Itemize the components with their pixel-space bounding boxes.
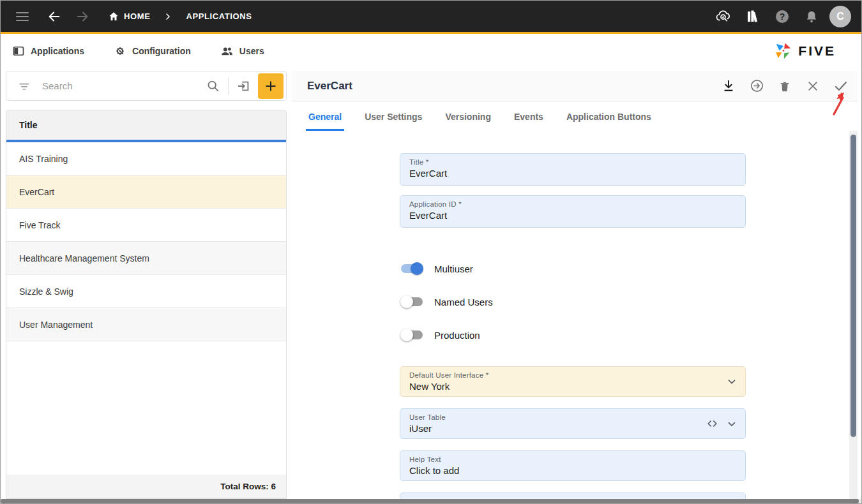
- application-id-field[interactable]: Application ID * EverCart: [400, 195, 746, 228]
- breadcrumb-chevron-icon: [164, 13, 172, 20]
- search-bar: [6, 71, 287, 101]
- multiuser-toggle-row: Multiuser: [401, 261, 746, 276]
- applications-list-panel: Title AIS Training EverCart Five Track H…: [6, 71, 287, 499]
- applications-icon: [12, 45, 25, 57]
- notifications-bell-icon[interactable]: [800, 5, 823, 28]
- chevron-down-icon: [726, 418, 737, 429]
- five-brand-logo: FIVE: [774, 41, 850, 61]
- add-application-button[interactable]: [258, 73, 284, 99]
- table-row[interactable]: Sizzle & Swig: [6, 275, 286, 308]
- user-avatar[interactable]: C: [829, 6, 851, 27]
- detail-tab-bar: General User Settings Versioning Events …: [292, 101, 858, 131]
- help-url-field[interactable]: Help URL: [400, 493, 746, 499]
- table-row[interactable]: Five Track: [6, 209, 286, 242]
- horizontal-scrollbar-track[interactable]: [1, 499, 861, 503]
- library-books-icon[interactable]: [741, 5, 764, 28]
- production-toggle-row: Production: [401, 327, 746, 343]
- back-arrow-icon[interactable]: [43, 5, 66, 28]
- search-input[interactable]: [42, 80, 202, 91]
- production-toggle[interactable]: [401, 330, 423, 339]
- tab-general[interactable]: General: [307, 112, 343, 131]
- close-icon[interactable]: [805, 78, 820, 94]
- five-logo-text: FIVE: [798, 43, 836, 59]
- breadcrumb-home-label: HOME: [124, 11, 150, 21]
- nav-tab-users[interactable]: Users: [220, 45, 264, 58]
- open-record-icon[interactable]: [234, 76, 254, 96]
- save-check-icon[interactable]: [833, 78, 849, 94]
- filter-icon[interactable]: [14, 76, 34, 96]
- default-user-interface-select[interactable]: Default User Interface * New York: [400, 366, 746, 397]
- vertical-scrollbar-track[interactable]: [849, 131, 858, 499]
- detail-header: EverCart: [292, 71, 858, 101]
- download-icon[interactable]: [721, 78, 736, 94]
- home-icon: [108, 11, 119, 22]
- user-table-select[interactable]: User Table iUser: [400, 408, 746, 439]
- main-content: Title AIS Training EverCart Five Track H…: [1, 66, 861, 503]
- breadcrumb-home[interactable]: HOME: [108, 11, 150, 22]
- help-icon[interactable]: ?: [771, 5, 794, 28]
- chevron-down-icon: [726, 376, 737, 387]
- record-detail-panel: EverCart: [292, 71, 858, 499]
- login-icon[interactable]: [749, 78, 764, 94]
- tab-events[interactable]: Events: [513, 112, 545, 131]
- column-header-title[interactable]: Title: [6, 110, 286, 140]
- multiuser-toggle[interactable]: [401, 264, 423, 273]
- tab-versioning[interactable]: Versioning: [444, 112, 492, 131]
- tab-user-settings[interactable]: User Settings: [363, 112, 423, 131]
- five-pinwheel-icon: [774, 41, 793, 61]
- nav-tab-configuration[interactable]: Configuration: [114, 45, 191, 57]
- module-tab-row: Applications Configuration Users: [1, 36, 861, 66]
- table-row[interactable]: AIS Training: [6, 142, 286, 175]
- cloud-inspect-icon[interactable]: [712, 5, 735, 28]
- general-form: Title * EverCart Application ID * EverCa…: [292, 131, 858, 499]
- nav-tab-applications[interactable]: Applications: [12, 45, 84, 57]
- users-icon: [220, 45, 234, 58]
- total-rows-footer: Total Rows: 6: [6, 475, 286, 498]
- tab-application-buttons[interactable]: Application Buttons: [565, 112, 653, 131]
- help-text-field[interactable]: Help Text Click to add: [400, 450, 746, 481]
- table-row[interactable]: Healthcare Management System: [6, 242, 286, 275]
- horizontal-scrollbar-thumb[interactable]: [1, 499, 859, 503]
- breadcrumb-current: APPLICATIONS: [186, 11, 252, 21]
- top-navigation-bar: HOME APPLICATIONS ?: [1, 1, 861, 34]
- named-users-toggle-row: Named Users: [401, 294, 746, 309]
- forward-arrow-icon[interactable]: [71, 5, 94, 28]
- delete-icon[interactable]: [777, 78, 792, 94]
- named-users-toggle[interactable]: [401, 297, 423, 306]
- toolbar-divider: [228, 78, 229, 94]
- configuration-icon: [114, 45, 126, 57]
- code-icon: [706, 418, 718, 430]
- menu-hamburger-icon[interactable]: [11, 5, 34, 28]
- title-field[interactable]: Title * EverCart: [400, 153, 746, 186]
- table-row[interactable]: User Management: [6, 308, 286, 341]
- record-title: EverCart: [307, 80, 352, 93]
- applications-table: Title AIS Training EverCart Five Track H…: [6, 110, 287, 499]
- app-window: HOME APPLICATIONS ?: [0, 0, 862, 504]
- vertical-scrollbar-thumb[interactable]: [851, 135, 856, 437]
- plus-icon: [264, 80, 277, 93]
- detail-toolbar: [721, 78, 849, 94]
- svg-text:?: ?: [780, 11, 785, 22]
- search-icon[interactable]: [202, 76, 223, 96]
- table-empty-space: [6, 341, 286, 475]
- table-row-selected[interactable]: EverCart: [6, 175, 286, 209]
